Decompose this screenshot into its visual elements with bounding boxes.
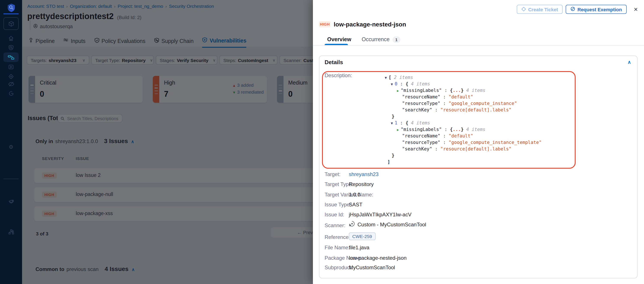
collapse-chevron-icon[interactable]: ∧ (628, 59, 631, 65)
create-ticket-button[interactable]: Create Ticket (517, 5, 563, 14)
json-line: "searchKey" : "resource[default].labels" (385, 146, 542, 152)
field-value-target-type: Repository (349, 181, 374, 187)
json-line: "resourceType" : "google_compute_instanc… (385, 100, 542, 107)
app-root: ⚙ Account: STO test›Organization: defaul… (0, 0, 644, 284)
nav-logo-divider (4, 14, 18, 14)
severity-badge: HIGH (319, 21, 331, 27)
json-line: ▼0 : {4 items (385, 81, 542, 87)
modal-dim-overlay[interactable] (22, 0, 313, 284)
json-line: ▼[2 items (385, 74, 542, 81)
scanner-icon (349, 221, 355, 228)
field-value-file-name: file1.java (349, 244, 370, 251)
field-value-issue-id: jHspJaWxTIkpAXY1Iw-acV (349, 212, 411, 218)
json-line: "resourceType" : "google_compute_instanc… (385, 139, 542, 146)
org-settings-icon[interactable] (0, 228, 22, 235)
shield-off-icon (571, 7, 576, 12)
home-icon[interactable] (0, 36, 22, 41)
cube-icon (0, 20, 22, 27)
field-value-reference-identifiers: CWE-259 (349, 232, 376, 240)
field-label-file-name: File Name: (324, 244, 350, 251)
json-line: "resourceName" : "default" (385, 94, 542, 100)
shield-search-icon[interactable] (0, 45, 22, 50)
target-icon[interactable] (0, 74, 22, 79)
field-label-subproduct: Subproduct: (324, 264, 352, 270)
json-line: ] (385, 159, 542, 165)
pipeline-flow-icon[interactable] (0, 54, 22, 61)
drawer-actions: Create Ticket Request Exemption ✕ (517, 5, 640, 14)
sto-shield-logo-icon[interactable] (0, 3, 22, 13)
drawer-divider (313, 45, 644, 46)
field-label-target: Target: (324, 171, 340, 177)
field-value-target-variant: 1.0.0 (349, 192, 360, 198)
json-line: "resourceName" : "default" (385, 133, 542, 139)
field-value-issue-type: SAST (349, 202, 362, 208)
tab-overview[interactable]: Overview (327, 36, 351, 43)
nav-section-divider (4, 179, 18, 179)
issue-details-drawer: Create Ticket Request Exemption ✕ HIGH l… (313, 0, 644, 284)
collapsed-triangle-icon[interactable]: ▶ (397, 89, 399, 93)
layers-settings-icon[interactable] (0, 199, 22, 206)
expand-triangle-icon[interactable]: ▼ (385, 76, 387, 80)
description-label: Description: (324, 72, 352, 78)
json-line: ▶"missingLabels" : {...}4 items (385, 126, 542, 133)
field-value-subproduct: MyCustomScanTool (349, 264, 395, 270)
drawer-title-row: HIGH low-package-nested-json (319, 21, 406, 28)
json-line: } (385, 113, 542, 120)
json-line: "searchKey" : "resource[default].labels" (385, 107, 542, 113)
json-line: ▼1 : {4 items (385, 120, 542, 126)
expand-triangle-icon[interactable]: ▼ (391, 82, 393, 86)
details-heading: Details (324, 59, 343, 65)
json-line: ▶"missingLabels" : {...}4 items (385, 87, 542, 94)
executions-play-icon[interactable] (0, 64, 22, 70)
close-icon[interactable]: ✕ (632, 6, 640, 12)
eye-off-icon[interactable] (0, 81, 22, 87)
issue-name: low-package-nested-json (334, 21, 406, 28)
tab-occurrence[interactable]: Occurrence1 (362, 36, 400, 43)
field-value-scanner: Custom - MyCustomScanTool (349, 221, 426, 228)
occurrence-count-badge: 1 (392, 36, 400, 43)
left-nav: ⚙ (0, 0, 22, 284)
drawer-tabs: Overview Occurrence1 (327, 36, 400, 43)
cwe-chip[interactable]: CWE-259 (349, 232, 376, 240)
collapsed-triangle-icon[interactable]: ▶ (397, 128, 399, 132)
ticket-icon (522, 7, 526, 12)
target-link[interactable]: shreyansh23 (349, 171, 378, 177)
json-line: } (385, 152, 542, 159)
field-value-package-name: low-package-nested-json (349, 255, 406, 261)
field-label-scanner: Scanner: (324, 222, 345, 228)
settings-gear-icon[interactable]: ⚙ (0, 144, 22, 150)
expand-triangle-icon[interactable]: ▼ (391, 121, 393, 125)
field-value-target: shreyansh23 (349, 171, 378, 177)
field-label-issue-type: Issue Type: (324, 202, 351, 208)
request-exemption-button[interactable]: Request Exemption (566, 5, 627, 14)
description-json-viewer: ▼[2 items ▼0 : {4 items ▶"missingLabels"… (385, 74, 542, 165)
field-label-issue-id: Issue Id: (324, 212, 344, 218)
power-gauge-icon[interactable] (0, 91, 22, 96)
